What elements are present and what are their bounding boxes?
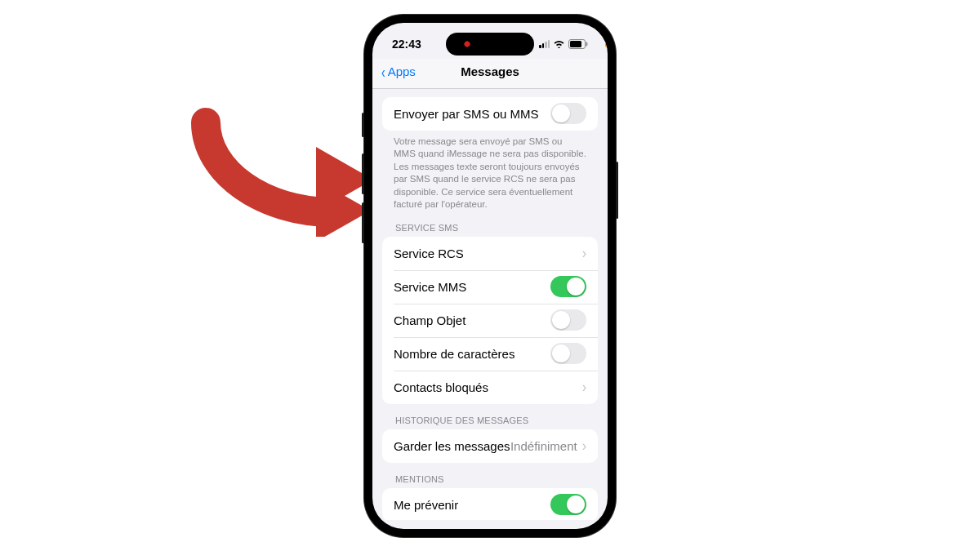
svg-rect-1 (570, 41, 581, 47)
wifi-icon (553, 39, 565, 48)
row-send-as-sms[interactable]: Envoyer par SMS ou MMS (382, 97, 598, 131)
row-champ-objet[interactable]: Champ Objet (382, 304, 598, 337)
section-header-sms: SERVICE SMS (372, 223, 608, 237)
row-value: Indéfiniment (510, 439, 577, 453)
row-label: Envoyer par SMS ou MMS (394, 107, 539, 121)
row-label: Service MMS (394, 280, 466, 294)
phone-screen: 22:43 ‹ Apps Messages (372, 23, 608, 529)
row-label: Nombre de caractères (394, 347, 514, 361)
chevron-right-icon: › (582, 437, 586, 455)
toggle-champ-objet[interactable] (550, 309, 586, 331)
back-label: Apps (388, 64, 416, 78)
section-header-history: HISTORIQUE DES MESSAGES (372, 415, 608, 429)
dynamic-island (446, 33, 534, 56)
toggle-char-count[interactable] (550, 343, 586, 364)
row-label: Contacts bloqués (394, 380, 488, 394)
orange-indicator (605, 34, 608, 47)
toggle-me-prevenir[interactable] (550, 494, 586, 515)
row-contacts-bloques[interactable]: Contacts bloqués › (382, 371, 598, 404)
page-title: Messages (461, 64, 519, 78)
annotation-arrow-icon (189, 98, 385, 240)
battery-icon (568, 39, 588, 49)
row-label: Service RCS (394, 247, 464, 260)
back-button[interactable]: ‹ Apps (381, 64, 416, 80)
phone-frame: 22:43 ‹ Apps Messages (364, 15, 616, 537)
row-me-prevenir[interactable]: Me prévenir (382, 488, 598, 520)
toggle-send-as-sms[interactable] (550, 103, 586, 124)
phone-mute-switch (362, 113, 364, 137)
row-garder-messages[interactable]: Garder les messages Indéfiniment › (382, 429, 598, 463)
row-nombre-caracteres[interactable]: Nombre de caractères (382, 337, 598, 371)
row-service-mms[interactable]: Service MMS (382, 270, 598, 304)
svg-rect-2 (586, 42, 588, 46)
phone-volume-up (362, 153, 364, 194)
chevron-right-icon: › (582, 378, 586, 396)
row-service-rcs[interactable]: Service RCS › (382, 237, 598, 270)
phone-volume-down (362, 202, 364, 243)
phone-power-button (616, 162, 618, 219)
row-label: Me prévenir (394, 498, 458, 512)
toggle-mms[interactable] (550, 276, 586, 297)
section-header-mentions: MENTIONS (372, 474, 608, 488)
chevron-left-icon: ‹ (381, 64, 385, 80)
row-label: Champ Objet (394, 313, 466, 327)
chevron-right-icon: › (582, 244, 586, 262)
signal-icon (539, 40, 550, 48)
nav-bar: ‹ Apps Messages (372, 59, 608, 89)
row-label: Garder les messages (394, 439, 510, 453)
status-time: 22:43 (392, 38, 421, 51)
settings-content: Envoyer par SMS ou MMS Votre message ser… (372, 89, 608, 520)
section-footer: Votre message sera envoyé par SMS ou MMS… (372, 131, 608, 211)
